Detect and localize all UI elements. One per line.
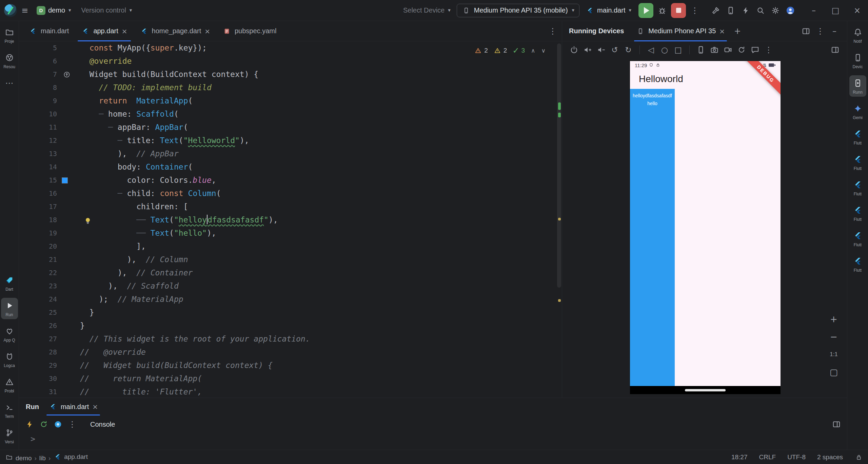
project-selector[interactable]: D demo ▾ (33, 4, 75, 17)
avatar-icon[interactable] (785, 5, 796, 16)
editor-tab-main.dart[interactable]: main.dart (22, 21, 75, 41)
breadcrumb-item[interactable]: app.dart (53, 452, 88, 461)
close-icon[interactable]: × (719, 28, 725, 35)
device-device-icon[interactable] (695, 44, 707, 56)
gutter[interactable]: 26 (19, 319, 80, 332)
main-menu-icon[interactable]: ≡ (19, 5, 31, 16)
stop-button[interactable] (671, 3, 686, 18)
right-tool-button-flutter-devtools[interactable]: Flutt (849, 253, 866, 275)
gutter[interactable]: 29 (19, 359, 80, 372)
more-v-icon[interactable]: ⋮ (814, 25, 826, 37)
device-rotate-right-icon[interactable]: ↻ (623, 44, 634, 56)
left-tool-button-run[interactable]: Run (1, 298, 18, 319)
device-back-icon[interactable]: ◁ (645, 44, 657, 56)
device-record-icon[interactable] (722, 44, 734, 56)
editor-tab-app.dart[interactable]: app.dart× (75, 21, 133, 41)
left-tool-button-app-quality-insights[interactable]: App Q (1, 323, 18, 345)
debug-button[interactable] (656, 5, 668, 16)
right-tool-button-notifications[interactable]: Notif (849, 24, 866, 46)
maximize-button[interactable]: □ (825, 0, 846, 21)
previous-problem-icon[interactable]: ∧ (531, 48, 535, 54)
gutter[interactable]: 25 (19, 306, 80, 319)
gutter[interactable]: 9 (19, 94, 80, 108)
status-item[interactable]: CRLF (759, 453, 776, 461)
gutter[interactable]: 5 (19, 41, 80, 55)
right-tool-button-flutter-inspector[interactable]: Flutt (849, 152, 866, 173)
device-overview-icon[interactable]: □ (672, 44, 684, 56)
gutter[interactable]: 31 (19, 385, 80, 398)
status-item[interactable]: UTF-8 (787, 453, 806, 461)
layout-icon[interactable] (831, 419, 842, 430)
left-tool-button-resource-manager[interactable]: Resou (1, 50, 18, 71)
gutter[interactable]: 13 (19, 147, 80, 160)
hammer-icon[interactable] (710, 5, 722, 16)
right-tool-button-flutter-outline[interactable]: Flutt (849, 126, 866, 148)
device-tab[interactable]: Medium Phone API 35 × (632, 21, 729, 41)
select-device-dropdown[interactable]: Select Device ▾ (399, 4, 455, 16)
close-button[interactable]: × (846, 0, 868, 21)
warnings-badge[interactable]: 2 (474, 46, 488, 55)
device-camera-icon[interactable] (709, 44, 720, 56)
left-tool-button-problems[interactable]: Probl (1, 374, 18, 395)
layout-icon[interactable] (829, 44, 841, 56)
left-tool-button-version-control[interactable]: Versi (1, 425, 18, 446)
right-tool-button-flutter-coverage[interactable]: Flutt (849, 202, 866, 224)
close-icon[interactable]: × (122, 28, 127, 35)
device-restart-icon[interactable] (736, 44, 747, 56)
code-editor[interactable]: 5 const MyApp({super.key});6 @override7 … (19, 41, 562, 398)
lightning-icon[interactable] (24, 419, 35, 430)
gear-icon[interactable] (770, 5, 781, 16)
devtools-icon[interactable] (52, 419, 64, 430)
gutter[interactable]: 20 (19, 240, 80, 253)
zoom-ratio-button[interactable]: 1:1 (827, 347, 841, 362)
device-rotate-left-icon[interactable]: ↺ (609, 44, 620, 56)
editor-scrollbar[interactable] (557, 43, 561, 288)
emulator-screen[interactable]: 11:29 3G ⇅ (630, 61, 781, 394)
restart-icon[interactable] (38, 419, 50, 430)
device-icon[interactable] (725, 5, 736, 16)
plus-button[interactable]: + (827, 312, 841, 326)
minimize-button[interactable]: – (803, 0, 825, 21)
left-tool-button-terminal[interactable]: Term (1, 400, 18, 421)
navigation-bar[interactable] (630, 386, 781, 394)
editor-tab-pubspec.yaml[interactable]: pubspec.yaml (216, 21, 282, 41)
gutter[interactable]: 18 (19, 213, 80, 227)
status-item[interactable]: 18:27 (731, 453, 748, 461)
lock-icon[interactable] (854, 453, 863, 462)
left-tool-button-project[interactable]: Proje (1, 24, 18, 46)
gutter[interactable]: 22 (19, 266, 80, 279)
split-icon[interactable] (800, 25, 812, 37)
gutter[interactable]: 14 (19, 160, 80, 174)
minus-button[interactable]: − (827, 330, 841, 344)
right-tool-button-flutter-attach[interactable]: Flutt (849, 228, 866, 249)
right-tool-button-flutter-performance[interactable]: Flutt (849, 177, 866, 198)
run-config-selector[interactable]: main.dart ▾ (581, 4, 635, 17)
intention-bulb-icon[interactable] (82, 215, 94, 227)
device-chat-icon[interactable] (749, 44, 761, 56)
editor-tab-home_page.dart[interactable]: home_page.dart× (134, 21, 216, 41)
next-problem-icon[interactable]: ∨ (541, 48, 546, 54)
breadcrumb-item[interactable]: lib (39, 455, 46, 462)
device-vol-down-icon[interactable] (595, 44, 607, 56)
gutter[interactable]: 30 (19, 372, 80, 385)
gutter[interactable]: 24 (19, 293, 80, 306)
color-swatch[interactable] (62, 177, 68, 183)
gutter[interactable]: 27 (19, 332, 80, 346)
more-actions-icon[interactable]: ⋮ (689, 5, 701, 16)
hide-icon[interactable]: – (829, 25, 840, 37)
close-icon[interactable]: × (92, 403, 98, 410)
vcs-widget[interactable]: Version control ▾ (77, 4, 136, 16)
run-tab-main-dart[interactable]: main.dart × (44, 398, 102, 415)
gutter[interactable]: 23 (19, 279, 80, 293)
gutter[interactable]: 21 (19, 253, 80, 266)
gutter[interactable]: 28 (19, 346, 80, 359)
breadcrumb-item[interactable]: demo (16, 455, 32, 462)
status-item[interactable]: 2 spaces (817, 453, 843, 461)
gutter[interactable]: 12 (19, 134, 80, 147)
device-home-icon[interactable]: ○ (659, 44, 670, 56)
left-tool-button-logcat[interactable]: Logca (1, 349, 18, 370)
gutter[interactable]: 11 (19, 121, 80, 134)
device-selector[interactable]: Medium Phone API 35 (mobile) ▾ (457, 4, 579, 17)
gutter[interactable]: 15 (19, 174, 80, 187)
gutter[interactable]: 7 (19, 68, 80, 81)
